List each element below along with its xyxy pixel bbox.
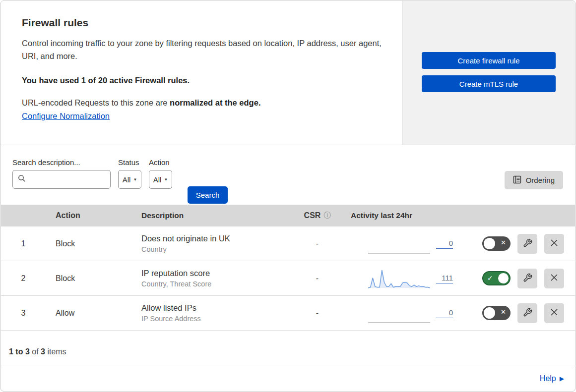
rule-csr-value: - [291,239,343,248]
close-icon [550,308,559,318]
x-icon: ✕ [501,308,506,316]
rule-fields: Country, Threat Score [141,280,291,288]
table-row: 3 Allow Allow listed IPs IP Source Addre… [1,296,575,331]
ordering-button-label: Ordering [526,176,555,184]
normalization-note-bold: normalized at the edge. [170,98,260,107]
ordering-button[interactable]: Ordering [505,171,563,189]
normalization-note: URL-encoded Requests to this zone are no… [22,98,382,108]
pagination-items: items [45,347,66,356]
column-header-csr: CSRⓘ [291,211,343,220]
rule-action: Allow [46,309,128,318]
wrench-icon [523,273,532,284]
activity-count-link[interactable]: 0 [436,308,453,318]
usage-summary: You have used 1 of 20 active Firewall ru… [22,76,382,85]
create-mtls-rule-button[interactable]: Create mTLS rule [422,75,556,92]
toggle-knob [484,238,495,249]
page-title: Firewall rules [22,17,382,29]
column-header-activity: Activity last 24hr [343,211,462,220]
activity-sparkline [368,268,430,289]
action-filter-group: Action All ▼ [149,158,172,205]
csr-header-label: CSR [304,211,321,220]
status-dropdown-value: All [123,175,131,184]
play-triangle-icon: ▶ [560,375,564,382]
status-label: Status [118,158,141,167]
info-icon[interactable]: ⓘ [323,211,330,220]
search-button[interactable]: Search [188,186,228,204]
rule-controls: ✓ ✕ [462,269,575,288]
rule-enabled-toggle[interactable]: ✓ ✕ [482,306,511,320]
rule-activity-cell: 0 [343,302,462,324]
check-icon: ✓ [487,274,493,282]
header-section: Firewall rules Control incoming traffic … [1,1,575,145]
rule-controls: ✓ ✕ [462,234,575,254]
ordering-list-icon [513,175,521,185]
delete-rule-button[interactable] [544,303,564,323]
help-link[interactable]: Help ▶ [540,374,564,383]
column-header-action: Action [46,211,128,220]
status-filter-group: Status All ▼ [118,158,141,205]
activity-count-link[interactable]: 0 [436,239,453,249]
rule-controls: ✓ ✕ [462,303,575,323]
activity-sparkline [368,302,430,324]
rule-title: Does not originate in UK [141,234,291,243]
rule-title: Allow listed IPs [141,303,291,313]
status-dropdown[interactable]: All ▼ [118,170,141,189]
pagination-summary: 1 to 3 of 3 items [1,331,575,366]
search-label: Search description... [12,158,111,167]
rule-action: Block [46,274,128,283]
rule-fields: IP Source Address [141,315,291,323]
chevron-down-icon: ▼ [164,177,168,182]
activity-count-link[interactable]: 111 [436,274,453,283]
rule-csr-value: - [291,309,343,318]
search-icon [18,174,26,184]
action-dropdown[interactable]: All ▼ [149,170,172,189]
rule-enabled-toggle[interactable]: ✓ ✕ [482,236,511,251]
configure-normalization-link[interactable]: Configure Normalization [22,112,110,121]
firewall-rules-panel: Firewall rules Control incoming traffic … [0,0,576,392]
wrench-icon [523,238,532,249]
pagination-range: 1 to 3 [9,347,30,356]
wrench-icon [523,308,532,319]
rule-priority: 1 [1,239,46,248]
rule-priority: 2 [1,274,46,283]
delete-rule-button[interactable] [544,269,564,288]
rule-priority: 3 [1,309,46,318]
page-description: Control incoming traffic to your zone by… [22,37,382,63]
table-row: 2 Block IP reputation score Country, Thr… [1,261,575,296]
rule-description-cell: IP reputation score Country, Threat Scor… [128,269,291,288]
column-header-description: Description [128,211,291,220]
pagination-total: 3 [41,347,45,356]
action-label: Action [149,158,172,167]
rule-activity-cell: 111 [343,268,462,289]
edit-rule-button[interactable] [517,303,537,323]
search-group: Search description... [12,158,111,205]
activity-sparkline [368,233,430,255]
help-bar: Help ▶ [1,366,575,391]
edit-rule-button[interactable] [517,269,537,288]
chevron-down-icon: ▼ [133,177,137,182]
header-text-block: Firewall rules Control incoming traffic … [1,1,402,145]
search-box [12,170,111,189]
close-icon [550,273,559,283]
normalization-note-text: URL-encoded Requests to this zone are [22,98,170,107]
help-link-label: Help [540,374,556,383]
action-dropdown-value: All [153,175,162,184]
rule-fields: Country [141,245,291,253]
rule-csr-value: - [291,274,343,283]
search-input[interactable] [30,175,128,184]
toggle-knob [498,273,509,283]
close-icon [550,238,559,249]
rule-action: Block [46,239,128,248]
delete-rule-button[interactable] [544,234,564,254]
rule-enabled-toggle[interactable]: ✓ ✕ [482,271,511,285]
rule-title: IP reputation score [141,269,291,278]
rule-description-cell: Does not originate in UK Country [128,234,291,253]
rule-activity-cell: 0 [343,233,462,255]
edit-rule-button[interactable] [517,234,537,254]
filter-bar: Search description... Status All ▼ Actio… [1,145,575,205]
x-icon: ✕ [501,239,506,246]
create-firewall-rule-button[interactable]: Create firewall rule [422,52,556,69]
table-row: 1 Block Does not originate in UK Country… [1,226,575,261]
rule-description-cell: Allow listed IPs IP Source Address [128,303,291,323]
pagination-of: of [30,347,41,356]
